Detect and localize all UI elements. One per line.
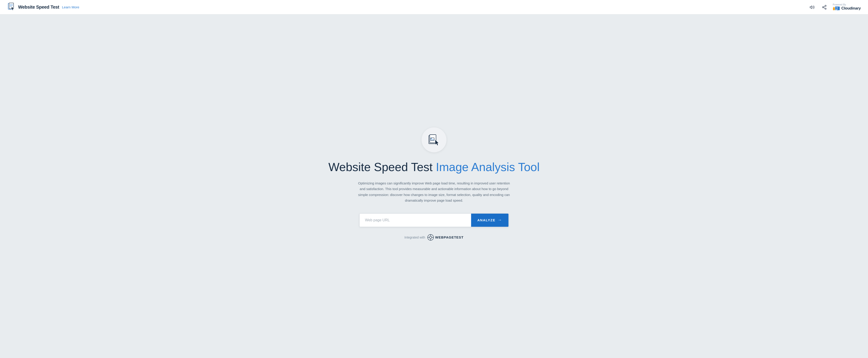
integrated-section: Integrated with WEBPAGETEST xyxy=(404,234,464,241)
svg-rect-18 xyxy=(837,9,838,9)
analyze-button[interactable]: ANALYZE → xyxy=(471,214,508,227)
arrow-icon: → xyxy=(498,218,502,222)
logo-icon xyxy=(7,3,16,12)
svg-point-25 xyxy=(430,236,432,239)
svg-marker-6 xyxy=(810,6,812,9)
svg-line-11 xyxy=(824,6,825,7)
main-content: Website Speed Test Image Analysis Tool O… xyxy=(0,14,868,358)
svg-rect-15 xyxy=(836,7,837,8)
announcement-button[interactable] xyxy=(808,3,816,11)
powered-by-label: Powered By xyxy=(833,3,846,6)
webpagetest-name: WEBPAGETEST xyxy=(435,235,464,239)
cloudinary-name: Cloudinary xyxy=(841,6,861,11)
cloudinary-logo: Cloudinary xyxy=(833,6,861,11)
svg-marker-23 xyxy=(435,140,439,146)
svg-rect-12 xyxy=(833,7,835,10)
hero-title: Website Speed Test Image Analysis Tool xyxy=(328,160,540,174)
hero-title-part2: Image Analysis Tool xyxy=(436,160,540,174)
share-button[interactable] xyxy=(820,3,828,11)
header-right: Powered By Cloudinary xyxy=(808,3,861,11)
svg-point-22 xyxy=(431,138,432,139)
site-title: Website Speed Test xyxy=(18,4,59,10)
hero-icon-circle xyxy=(422,127,446,152)
search-bar: ANALYZE → xyxy=(359,213,509,227)
svg-line-10 xyxy=(824,7,825,8)
hero-title-part1: Website Speed Test xyxy=(328,160,433,174)
webpagetest-logo: WEBPAGETEST xyxy=(428,234,464,241)
svg-rect-13 xyxy=(834,7,834,7)
learn-more-link[interactable]: Learn More xyxy=(62,5,80,9)
header-left: Website Speed Test Learn More xyxy=(7,3,79,12)
svg-rect-16 xyxy=(837,7,838,8)
integrated-label: Integrated with xyxy=(404,236,425,239)
cloudinary-branding: Powered By Cloudinary xyxy=(833,3,861,11)
url-input[interactable] xyxy=(360,214,471,227)
analyze-label: ANALYZE xyxy=(477,218,496,222)
svg-rect-17 xyxy=(836,9,837,10)
hero-description: Optimizing images can significantly impr… xyxy=(355,180,513,204)
site-header: Website Speed Test Learn More Powered By xyxy=(0,0,868,14)
